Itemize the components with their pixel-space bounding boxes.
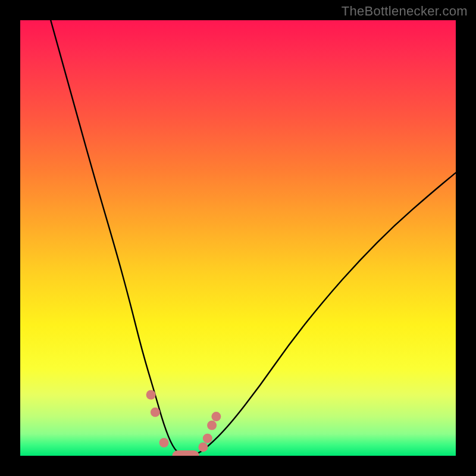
chart-overlay bbox=[20, 20, 456, 456]
attribution-label: TheBottlenecker.com bbox=[342, 4, 468, 19]
bottleneck-curve bbox=[51, 20, 456, 456]
chart-frame: TheBottlenecker.com bbox=[0, 0, 476, 476]
recommended-marker bbox=[207, 421, 217, 430]
recommended-marker bbox=[159, 438, 169, 447]
recommended-marker bbox=[211, 412, 221, 421]
recommended-marker bbox=[151, 408, 160, 417]
recommended-range-pill bbox=[173, 450, 199, 456]
plot-area bbox=[20, 20, 456, 456]
recommended-marker bbox=[203, 434, 212, 443]
recommended-marker bbox=[198, 442, 208, 452]
recommended-marker bbox=[146, 390, 156, 400]
